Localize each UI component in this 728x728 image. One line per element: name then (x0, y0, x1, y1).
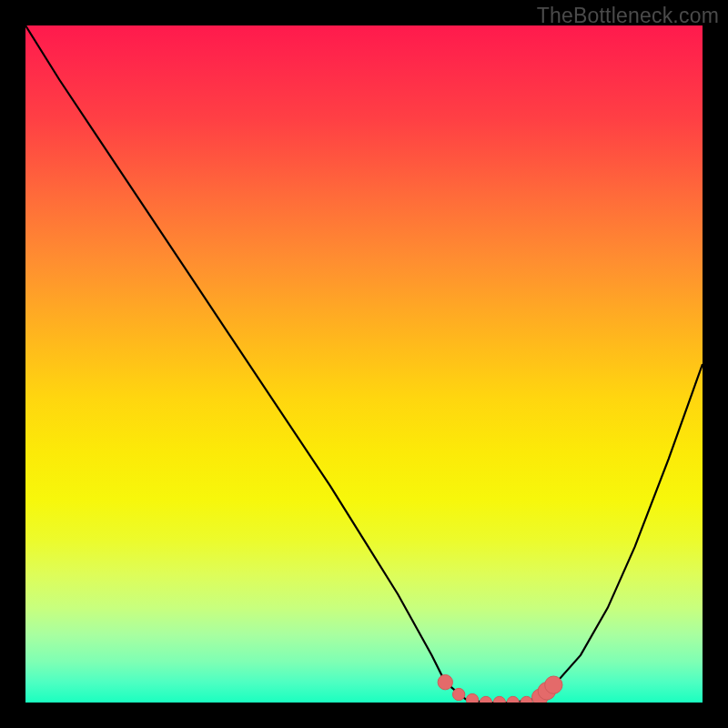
curve-marker (452, 688, 464, 700)
chart-frame: TheBottleneck.com (0, 0, 728, 728)
curve-markers (438, 675, 562, 703)
curve-svg (25, 25, 703, 703)
curve-marker (545, 676, 562, 693)
bottleneck-curve (25, 25, 703, 703)
plot-area (25, 25, 703, 703)
curve-marker (521, 696, 532, 703)
curve-marker (466, 693, 478, 703)
watermark-text: TheBottleneck.com (537, 4, 719, 28)
curve-marker (507, 696, 519, 703)
curve-marker (480, 696, 491, 703)
curve-marker (493, 696, 505, 703)
curve-marker (438, 675, 452, 690)
